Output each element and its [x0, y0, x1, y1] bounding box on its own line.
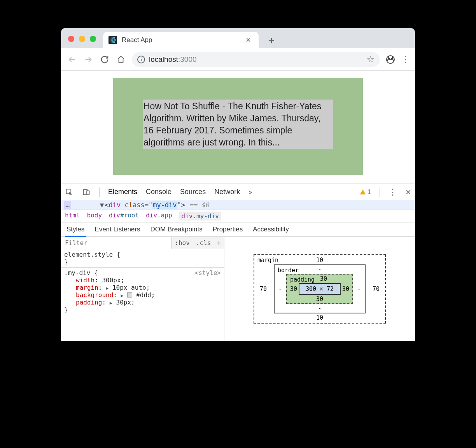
box-model-padding[interactable]: padding 30 30 30 30 300 × 72: [286, 274, 353, 304]
margin-label: margin: [257, 257, 278, 264]
subtab-event-listeners[interactable]: Event Listeners: [94, 226, 140, 233]
device-toolbar-icon[interactable]: [82, 188, 91, 196]
new-tab-button[interactable]: +: [266, 34, 277, 46]
prop-width[interactable]: width: 300px;: [64, 276, 221, 284]
padding-left: 30: [290, 285, 297, 292]
breadcrumb-root[interactable]: div#root: [109, 212, 139, 220]
padding-right: 30: [342, 285, 349, 292]
inspected-element-highlight: How Not To Shuffle - The Knuth Fisher-Ya…: [113, 78, 363, 175]
devtools-tab-network[interactable]: Network: [214, 188, 240, 196]
svg-point-6: [391, 58, 392, 59]
maximize-window-button[interactable]: [90, 36, 96, 42]
devtools-tab-sources[interactable]: Sources: [180, 188, 206, 196]
rule-close: }: [64, 306, 221, 313]
margin-right: 70: [373, 285, 380, 292]
box-model-pane: margin 10 10 70 70 border - - - - paddin…: [224, 237, 415, 341]
warnings-count: 1: [368, 188, 371, 196]
url-port: :3000: [178, 55, 197, 63]
color-swatch-icon[interactable]: [127, 292, 132, 298]
tab-strip: React App × +: [61, 28, 415, 48]
new-rule-button[interactable]: +: [214, 237, 224, 249]
ellipsis-icon: …: [64, 201, 71, 209]
source-attrval: my-div: [152, 201, 177, 209]
devtools-warnings-badge[interactable]: 1: [360, 188, 371, 196]
reload-button[interactable]: [99, 54, 110, 65]
box-model-border[interactable]: border - - - - padding 30 30 30 30 300 ×…: [274, 264, 366, 313]
border-right: -: [357, 285, 361, 292]
breadcrumb-html[interactable]: html: [65, 212, 80, 220]
separator: [99, 187, 100, 197]
svg-point-5: [389, 58, 390, 59]
minimize-window-button[interactable]: [79, 36, 85, 42]
page-viewport: How Not To Shuffle - The Knuth Fisher-Ya…: [61, 71, 415, 184]
devtools-panel: Elements Console Sources Network » 1 ⋮ ×…: [61, 184, 415, 341]
margin-top: 10: [316, 257, 323, 264]
styles-rules-pane: :hov .cls + element.style { } <style> .m…: [61, 237, 224, 341]
prop-padding[interactable]: padding: ▶ 30px;: [64, 299, 221, 306]
extension-icon[interactable]: [385, 54, 396, 65]
border-label: border: [278, 267, 299, 274]
rule-source[interactable]: <style>: [195, 269, 221, 276]
border-top: -: [318, 266, 321, 273]
browser-window: React App × + i localhost:3000 ☆ ⋮: [61, 28, 415, 341]
url-host: localhost: [149, 55, 178, 63]
subtab-accessibility[interactable]: Accessibility: [253, 226, 289, 233]
subtab-styles[interactable]: Styles: [66, 226, 84, 233]
browser-tab[interactable]: React App ×: [103, 32, 259, 48]
devtools-tabs-overflow[interactable]: »: [248, 188, 252, 196]
close-window-button[interactable]: [68, 36, 74, 42]
elements-selected-source-line[interactable]: … ▼<div class="my-div"> == $0: [61, 200, 415, 210]
devtools-tab-console[interactable]: Console: [146, 188, 172, 196]
tab-title: React App: [122, 36, 243, 44]
url-text: localhost:3000: [149, 55, 197, 64]
border-bottom: -: [318, 305, 321, 312]
hov-toggle[interactable]: :hov: [172, 237, 193, 249]
padding-top: 30: [320, 275, 327, 282]
expand-caret-icon[interactable]: ▼: [100, 201, 104, 209]
elements-breadcrumb: html body div#root div.app div.my-div: [61, 210, 415, 222]
svg-rect-9: [86, 191, 89, 194]
styles-filter-input[interactable]: [61, 237, 171, 249]
home-button[interactable]: [116, 54, 126, 65]
styles-subtabs: Styles Event Listeners DOM Breakpoints P…: [61, 222, 415, 237]
devtools-menu-button[interactable]: ⋮: [388, 187, 397, 197]
padding-label: padding: [290, 276, 315, 283]
back-button[interactable]: [66, 54, 77, 65]
source-suffix: == $0: [185, 201, 209, 209]
box-model-margin[interactable]: margin 10 10 70 70 border - - - - paddin…: [254, 254, 386, 324]
breadcrumb-mydiv[interactable]: div.my-div: [179, 212, 221, 220]
browser-toolbar: i localhost:3000 ☆ ⋮: [61, 48, 415, 71]
rule-element-style[interactable]: element.style { }: [61, 249, 224, 268]
react-favicon-icon: [108, 36, 117, 44]
inspect-element-icon[interactable]: [65, 188, 74, 196]
address-bar[interactable]: i localhost:3000 ☆: [132, 52, 380, 67]
prop-margin[interactable]: margin: ▶ 10px auto;: [64, 284, 221, 291]
subtab-dom-breakpoints[interactable]: DOM Breakpoints: [150, 226, 202, 233]
browser-menu-button[interactable]: ⋮: [401, 54, 410, 65]
element-style-close: }: [64, 258, 221, 266]
border-left: -: [278, 285, 282, 292]
breadcrumb-body[interactable]: body: [87, 212, 102, 220]
source-attrname: class: [124, 201, 144, 209]
styles-body: :hov .cls + element.style { } <style> .m…: [61, 237, 415, 341]
source-tagname: div: [109, 201, 121, 209]
styles-filter-row: :hov .cls +: [61, 237, 224, 249]
prop-background[interactable]: background: ▶ #ddd;: [64, 291, 221, 299]
close-tab-button[interactable]: ×: [243, 35, 253, 45]
breadcrumb-app[interactable]: div.app: [146, 212, 172, 220]
separator: [380, 187, 380, 197]
box-model-content[interactable]: 300 × 72: [299, 283, 341, 295]
site-info-icon[interactable]: i: [137, 56, 145, 63]
bookmark-star-icon[interactable]: ☆: [367, 54, 374, 65]
subtab-properties[interactable]: Properties: [213, 226, 243, 233]
devtools-close-button[interactable]: ×: [406, 187, 411, 198]
cls-toggle[interactable]: .cls: [193, 237, 214, 249]
rule-my-div[interactable]: <style> .my-div { width: 300px; margin: …: [61, 268, 224, 315]
element-style-header: element.style {: [64, 251, 221, 258]
devtools-tabbar: Elements Console Sources Network » 1 ⋮ ×: [61, 184, 415, 200]
svg-point-0: [112, 39, 113, 40]
padding-bottom: 30: [316, 296, 323, 303]
margin-bottom: 10: [316, 314, 323, 321]
forward-button[interactable]: [83, 54, 94, 65]
devtools-tab-elements[interactable]: Elements: [108, 188, 137, 196]
